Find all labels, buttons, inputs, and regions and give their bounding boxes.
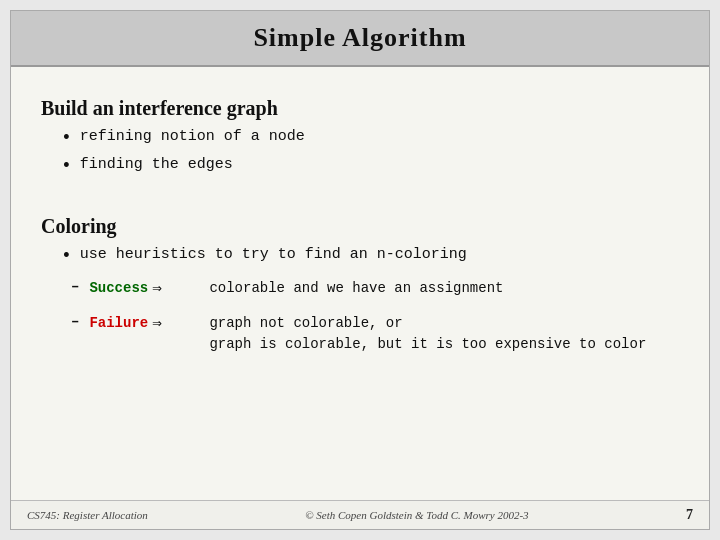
- sub-bullet-failure: – Failure ⇒ graph not colorable, or grap…: [71, 313, 679, 355]
- success-text: Success: [89, 280, 148, 296]
- bullet-text-2: finding the edges: [80, 156, 233, 173]
- slide-body: Build an interference graph • refining n…: [11, 67, 709, 500]
- sub-bullets: – Success ⇒ colorable and we have an ass…: [41, 278, 679, 355]
- success-content: colorable and we have an assignment: [209, 278, 679, 299]
- failure-arrow: ⇒: [152, 313, 162, 333]
- bullet-dot-3: •: [61, 246, 72, 268]
- slide-header: Simple Algorithm: [11, 11, 709, 67]
- success-arrow: ⇒: [152, 278, 162, 298]
- section-build: Build an interference graph • refining n…: [41, 87, 679, 187]
- section1-heading: Build an interference graph: [41, 97, 679, 120]
- section2-bullets: • use heuristics to try to find an n-col…: [41, 246, 679, 268]
- section2-heading: Coloring: [41, 215, 679, 238]
- failure-line1: graph not colorable, or: [209, 315, 402, 331]
- success-label: Success ⇒: [89, 278, 199, 298]
- bullet-heuristics: • use heuristics to try to find an n-col…: [61, 246, 679, 268]
- slide: Simple Algorithm Build an interference g…: [10, 10, 710, 530]
- slide-title: Simple Algorithm: [253, 23, 466, 52]
- footer-left: CS745: Register Allocation: [27, 509, 148, 521]
- bullet-finding: • finding the edges: [61, 156, 679, 178]
- failure-label: Failure ⇒: [89, 313, 199, 333]
- footer-center: © Seth Copen Goldstein & Todd C. Mowry 2…: [305, 509, 528, 521]
- failure-text: Failure: [89, 315, 148, 331]
- bullet-dot-1: •: [61, 128, 72, 150]
- bullet-text-1: refining notion of a node: [80, 128, 305, 145]
- failure-line2: graph is colorable, but it is too expens…: [209, 336, 646, 352]
- bullet-refining: • refining notion of a node: [61, 128, 679, 150]
- sub-bullet-success: – Success ⇒ colorable and we have an ass…: [71, 278, 679, 299]
- footer-page-number: 7: [686, 507, 693, 523]
- failure-content: graph not colorable, or graph is colorab…: [209, 313, 679, 355]
- section1-bullets: • refining notion of a node • finding th…: [41, 128, 679, 177]
- section-coloring: Coloring • use heuristics to try to find…: [41, 205, 679, 355]
- bullet-text-3: use heuristics to try to find an n-color…: [80, 246, 467, 263]
- slide-footer: CS745: Register Allocation © Seth Copen …: [11, 500, 709, 529]
- bullet-dot-2: •: [61, 156, 72, 178]
